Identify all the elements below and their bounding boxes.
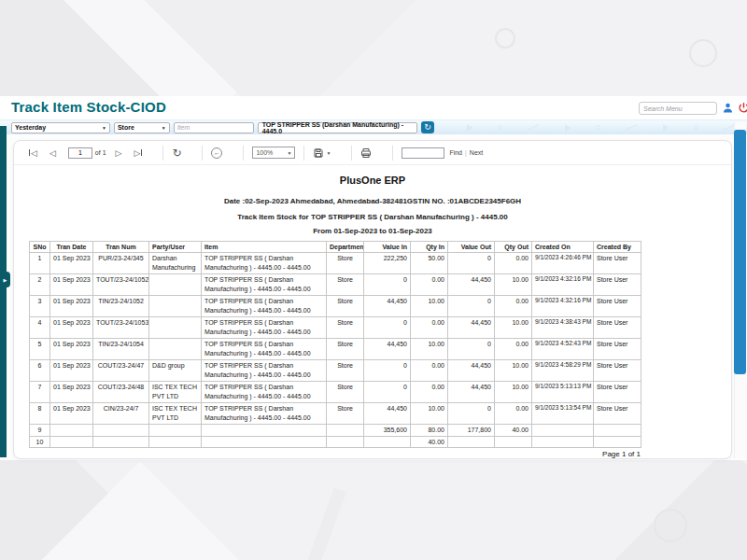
first-page-button[interactable]: ◁	[29, 148, 37, 158]
table-cell: Store User	[594, 296, 641, 317]
previous-page-button[interactable]: ◁	[49, 148, 56, 158]
page-count-label: of 1	[95, 149, 106, 156]
table-cell: 01 Sep 2023	[50, 317, 93, 339]
table-cell: 01 Sep 2023	[50, 339, 93, 360]
refresh-button[interactable]: ↻	[172, 147, 181, 160]
table-cell	[532, 436, 594, 447]
item-search-input[interactable]	[174, 122, 254, 133]
table-cell: Store	[327, 296, 364, 317]
table-cell	[50, 436, 93, 447]
report-date-line: Date :02-Sep-2023 Ahmedabad, Ahmedabad-3…	[14, 197, 731, 205]
department-select[interactable]: Store ▼	[114, 122, 170, 133]
last-page-button[interactable]: ▷	[134, 148, 142, 158]
chevron-down-icon: ▼	[102, 125, 106, 131]
table-cell: 0	[364, 360, 411, 382]
table-cell: 44,450	[448, 382, 495, 403]
page-footer: Page 1 of 1	[29, 450, 641, 458]
table-cell: TOP STRIPPER SS ( Darshan Manufachuring …	[202, 296, 327, 317]
export-button[interactable]: ▼	[313, 147, 331, 159]
table-cell: TIN/23-24/1052	[93, 296, 149, 317]
column-header: Department	[327, 242, 364, 253]
table-cell: 9/1/2023 4:52:43 PM	[532, 339, 594, 360]
table-row: 1040.00	[30, 436, 641, 447]
table-cell: TOUT/23-24/1052	[93, 274, 149, 296]
report-page: PlusOne ERP Date :02-Sep-2023 Ahmedabad,…	[14, 175, 731, 458]
table-cell: 0	[448, 253, 495, 274]
report-viewer-toolbar: ◁ ◁ of 1 ▷ ▷ ↻ ← 100% ▼	[14, 141, 731, 165]
back-button[interactable]: ←	[211, 147, 222, 159]
table-cell	[327, 436, 364, 447]
print-button[interactable]	[360, 147, 372, 159]
table-row: 101 Sep 2023PUR/23-24/345Darshan Manufac…	[30, 253, 641, 274]
period-select[interactable]: Yesterday ▼	[11, 122, 110, 133]
next-page-icon: ▷	[116, 148, 122, 158]
table-cell: 01 Sep 2023	[50, 274, 93, 296]
chevron-down-icon: ▼	[162, 125, 166, 131]
scrollbar-thumb[interactable]	[734, 130, 746, 374]
column-header: Party/User	[149, 242, 202, 253]
find-link[interactable]: Find	[449, 149, 462, 156]
table-cell: 10	[30, 436, 50, 447]
sync-icon: ↻	[424, 122, 431, 133]
table-cell: 10.00	[495, 317, 532, 339]
table-cell: 44,450	[364, 339, 411, 360]
find-text-input[interactable]	[402, 147, 444, 159]
table-cell: TOP STRIPPER SS ( Darshan Manufachuring …	[202, 253, 327, 274]
printer-icon	[360, 147, 372, 159]
table-cell: 0	[364, 317, 411, 339]
last-page-icon	[141, 149, 142, 156]
page-title: Track Item Stock-CIOD	[11, 99, 166, 115]
table-cell: TOP STRIPPER SS ( Darshan Manufachuring …	[202, 360, 327, 382]
stock-table: SNoTran DateTran NumParty/UserItemDepart…	[29, 241, 641, 448]
table-cell: 10.00	[411, 403, 448, 425]
find-next-divider: |	[465, 149, 467, 156]
user-icon[interactable]	[722, 102, 734, 114]
table-cell	[495, 436, 532, 447]
table-cell: 177,800	[448, 425, 495, 436]
last-page-icon-glyph: ▷	[134, 148, 140, 158]
search-menu-input[interactable]	[639, 102, 717, 115]
table-cell	[149, 296, 202, 317]
app-header: Track Item Stock-CIOD	[0, 96, 747, 119]
table-cell: Darshan Manufachuring	[149, 253, 202, 274]
refresh-report-button[interactable]: ↻	[421, 121, 434, 133]
table-cell: 8	[30, 403, 50, 425]
table-cell: 44,450	[448, 317, 495, 339]
table-cell: TIN/23-24/1054	[93, 339, 149, 360]
table-cell: Store User	[594, 253, 641, 274]
report-table-head-row: SNoTran DateTran NumParty/UserItemDepart…	[30, 242, 641, 253]
next-page-button[interactable]: ▷	[116, 148, 122, 158]
table-cell: 0.00	[495, 339, 532, 360]
table-cell: 0	[364, 274, 411, 296]
table-cell: CIN/23-24/7	[93, 403, 149, 425]
table-cell: 50.00	[411, 253, 448, 274]
table-cell: Store User	[594, 317, 641, 339]
table-cell	[532, 425, 594, 436]
table-cell: 9/1/2023 4:32:16 PM	[532, 296, 594, 317]
report-viewer: ◁ ◁ of 1 ▷ ▷ ↻ ← 100% ▼	[13, 140, 732, 459]
table-cell	[364, 436, 411, 447]
table-cell: Store	[327, 382, 364, 403]
column-header: Created By	[594, 242, 641, 253]
report-title-line: Track Item Stock for TOP STRIPPER SS ( D…	[14, 213, 731, 221]
expand-arrow-icon: ▶	[4, 277, 7, 283]
table-cell: 0.00	[411, 274, 448, 296]
refresh-icon: ↻	[172, 147, 181, 160]
table-cell: TOP STRIPPER SS ( Darshan Manufachuring …	[202, 317, 327, 339]
table-cell	[202, 436, 327, 447]
next-result-link[interactable]: Next	[470, 149, 483, 156]
zoom-select[interactable]: 100% ▼	[252, 147, 295, 159]
table-cell: 0	[448, 296, 495, 317]
table-cell: 40.00	[411, 436, 448, 447]
selected-item-label: TOP STRIPPER SS (Darshan Manufacturing) …	[258, 122, 417, 133]
column-header: Created On	[532, 242, 594, 253]
power-icon[interactable]	[738, 102, 747, 114]
table-cell: 9/1/2023 4:26:46 PM	[532, 253, 594, 274]
table-row: 801 Sep 2023CIN/23-24/7ISC TEX TECH PVT …	[30, 403, 641, 425]
table-cell: 2	[30, 274, 50, 296]
column-header: Value In	[364, 242, 411, 253]
sidebar-expand-tab[interactable]: ▶	[0, 272, 10, 287]
column-header: Item	[202, 242, 327, 253]
table-cell: 9/1/2023 5:13:54 PM	[532, 403, 594, 425]
current-page-input[interactable]	[68, 147, 92, 159]
